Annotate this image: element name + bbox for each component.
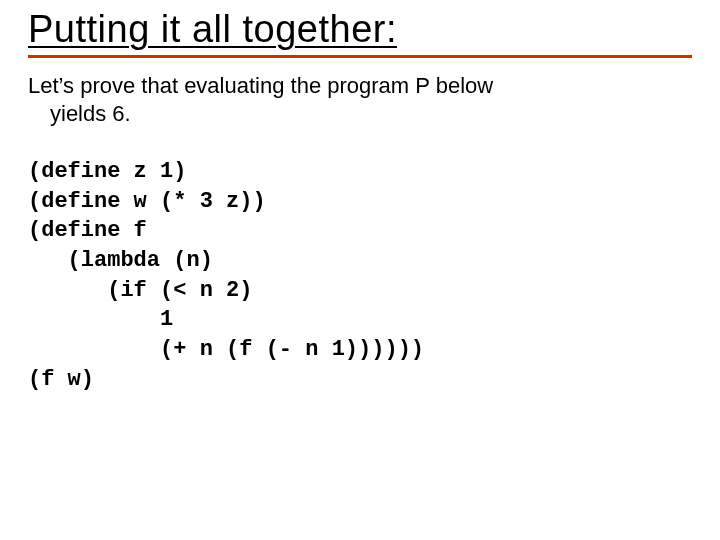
code-block: (define z 1) (define w (* 3 z)) (define … <box>28 157 692 395</box>
intro-paragraph: Let’s prove that evaluating the program … <box>28 72 692 127</box>
title-underline-rule <box>28 55 692 58</box>
intro-line-2: yields 6. <box>28 100 692 128</box>
slide: Putting it all together: Let’s prove tha… <box>0 0 720 540</box>
intro-line-1: Let’s prove that evaluating the program … <box>28 73 493 98</box>
slide-title: Putting it all together: <box>28 8 692 51</box>
